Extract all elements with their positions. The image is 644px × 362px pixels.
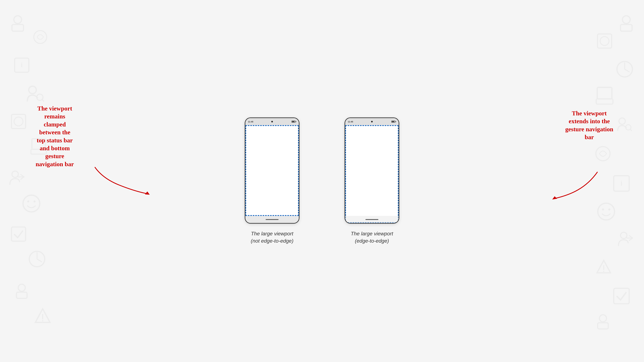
battery-tip-edge xyxy=(396,121,396,122)
phone-caption-not-edge: The large viewport (not edge-to-edge) xyxy=(251,230,293,245)
viewport-edge xyxy=(345,125,399,223)
viewport-not-edge xyxy=(245,125,299,216)
battery-icon-not-edge xyxy=(292,121,296,123)
nav-indicator-edge xyxy=(366,219,378,220)
nav-indicator-not-edge xyxy=(266,219,278,220)
battery-fill xyxy=(292,121,294,122)
status-time-edge: 11:45 xyxy=(348,120,353,123)
annotation-right: The viewport extends into the gesture na… xyxy=(550,109,628,141)
battery-body xyxy=(292,121,296,123)
camera-dot-edge xyxy=(371,121,373,122)
battery-fill-edge xyxy=(392,121,394,122)
phone-container-edge: 11:45 The large viewport (edge-to-edge) xyxy=(344,117,399,245)
phone-mockup-edge: 11:45 xyxy=(344,117,399,224)
nav-bar-edge xyxy=(345,216,399,223)
battery-icon-edge xyxy=(392,121,396,123)
status-time-not-edge: 11:45 xyxy=(248,120,253,123)
status-bar-not-edge: 11:45 xyxy=(245,118,299,125)
phone-caption-edge: The large viewport (edge-to-edge) xyxy=(351,230,393,245)
main-content: 11:45 The large viewport (not edge-to-ed… xyxy=(0,0,644,362)
phone-container-not-edge: 11:45 The large viewport (not edge-to-ed… xyxy=(245,117,300,245)
annotation-left: The viewport remains clamped between the… xyxy=(13,105,96,168)
status-bar-edge: 11:45 xyxy=(345,118,399,125)
battery-body-edge xyxy=(392,121,395,123)
camera-dot-not-edge xyxy=(271,121,273,122)
phone-mockup-not-edge: 11:45 xyxy=(245,117,300,224)
nav-bar-not-edge xyxy=(245,216,299,223)
battery-tip xyxy=(296,121,296,122)
